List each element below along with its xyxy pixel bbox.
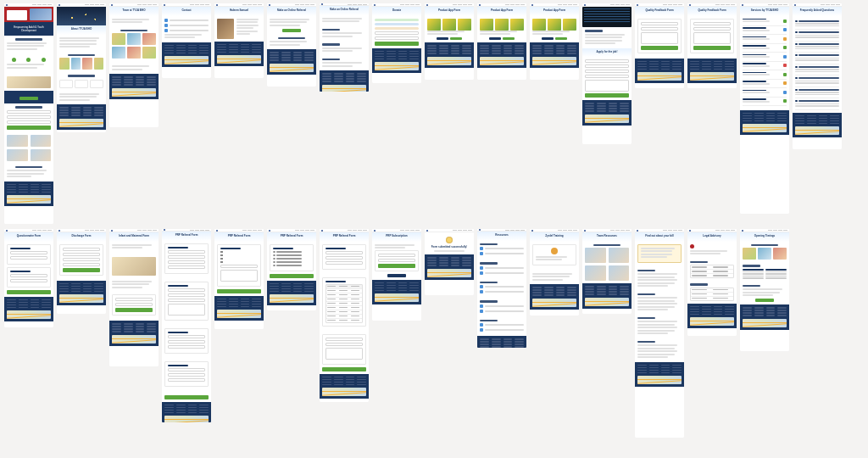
footer-link[interactable] (112, 328, 121, 330)
staff-photo[interactable] (142, 33, 156, 45)
footer-link[interactable] (504, 45, 513, 47)
footer-map[interactable] (59, 294, 103, 303)
footer-link[interactable] (672, 61, 682, 63)
footer-map[interactable] (743, 124, 787, 132)
nav-link[interactable] (190, 230, 194, 231)
footer-link[interactable] (777, 307, 787, 309)
footer-link[interactable] (387, 59, 396, 60)
text-input[interactable] (326, 261, 363, 265)
footer-link[interactable] (492, 45, 501, 47)
page-thumbnail[interactable]: Contact (162, 3, 211, 78)
footer-link[interactable] (387, 290, 396, 292)
footer-link[interactable] (334, 384, 343, 386)
footer-link[interactable] (451, 53, 460, 54)
resource-link[interactable] (480, 310, 524, 313)
footer-link[interactable] (31, 187, 40, 188)
nav-link[interactable] (47, 230, 52, 231)
footer-link[interactable] (409, 51, 419, 53)
nav-link[interactable] (678, 4, 682, 5)
footer-link[interactable] (504, 50, 513, 52)
footer-link[interactable] (398, 285, 408, 287)
footer-link[interactable] (754, 118, 764, 120)
footer-map[interactable] (427, 57, 471, 65)
footer-link[interactable] (609, 286, 618, 288)
footer-link[interactable] (462, 262, 471, 264)
footer-link[interactable] (83, 291, 92, 293)
footer-link[interactable] (795, 115, 804, 117)
footer-link[interactable] (217, 47, 226, 48)
text-input[interactable] (585, 75, 629, 78)
service-item[interactable] (743, 90, 787, 95)
page-thumbnail[interactable]: Resources (477, 229, 526, 348)
footer-link[interactable] (777, 315, 787, 316)
radio-row[interactable] (273, 258, 310, 260)
footer-link[interactable] (637, 69, 647, 70)
nav-link[interactable] (90, 4, 94, 5)
text-input[interactable] (63, 258, 100, 261)
footer-link[interactable] (42, 299, 51, 301)
footer-link[interactable] (7, 304, 16, 306)
footer-link[interactable] (777, 310, 787, 311)
footer-link[interactable] (322, 73, 331, 75)
footer-link[interactable] (387, 288, 396, 289)
footer-link[interactable] (556, 289, 565, 291)
footer-link[interactable] (188, 53, 198, 54)
nav-link[interactable] (205, 230, 209, 231)
footer-link[interactable] (346, 81, 355, 82)
page-thumbnail[interactable]: Quality Feedback Form (635, 3, 684, 88)
nav-link[interactable] (563, 230, 567, 231)
footer-link[interactable] (59, 291, 69, 293)
page-thumbnail[interactable]: Team at TYJA BHO (109, 3, 159, 127)
footer-link[interactable] (492, 338, 501, 340)
nav-link[interactable] (678, 230, 682, 231)
footer-link[interactable] (556, 287, 565, 288)
footer-link[interactable] (112, 84, 121, 86)
footer-link[interactable] (31, 189, 40, 191)
footer-link[interactable] (480, 50, 489, 52)
footer-link[interactable] (743, 312, 752, 314)
text-input[interactable] (168, 293, 205, 297)
footer-link[interactable] (42, 302, 51, 304)
footer-link[interactable] (357, 379, 366, 381)
nav-link[interactable] (253, 4, 257, 5)
footer-link[interactable] (609, 293, 618, 295)
text-input[interactable] (693, 22, 731, 25)
resource-link[interactable] (480, 266, 524, 270)
footer-link[interactable] (649, 64, 659, 65)
footer-link[interactable] (480, 338, 489, 340)
footer-link[interactable] (7, 299, 16, 301)
footer-link[interactable] (480, 341, 489, 343)
nav-link[interactable] (626, 4, 630, 5)
footer-link[interactable] (293, 286, 303, 288)
footer-link[interactable] (725, 306, 734, 308)
nav-link[interactable] (610, 4, 615, 5)
radio-row[interactable] (273, 265, 310, 267)
footer-link[interactable] (188, 412, 198, 414)
footer-link[interactable] (42, 184, 51, 186)
footer-link[interactable] (544, 50, 554, 52)
footer-link[interactable] (637, 61, 647, 63)
footer-link[interactable] (31, 299, 40, 301)
footer-link[interactable] (136, 331, 145, 332)
footer-link[interactable] (176, 407, 186, 409)
footer-link[interactable] (725, 311, 734, 313)
nav-link[interactable] (458, 4, 462, 5)
footer-link[interactable] (94, 114, 103, 116)
page-thumbnail[interactable]: Services by TYJA BHO (740, 3, 789, 214)
footer-link[interactable] (7, 184, 16, 186)
footer-link[interactable] (252, 301, 261, 303)
footer-link[interactable] (346, 75, 355, 77)
footer-link[interactable] (7, 192, 16, 193)
footer-link[interactable] (112, 79, 121, 81)
footer-link[interactable] (766, 307, 776, 309)
footer-link[interactable] (427, 265, 437, 266)
footer-link[interactable] (357, 73, 366, 75)
footer-link[interactable] (743, 315, 752, 316)
nav-link[interactable] (295, 4, 299, 5)
footer-link[interactable] (714, 309, 723, 310)
radio-icon[interactable] (273, 254, 275, 257)
footer-link[interactable] (112, 326, 121, 327)
footer-link[interactable] (462, 257, 471, 259)
footer-link[interactable] (375, 51, 384, 53)
primary-button[interactable] (450, 37, 462, 40)
